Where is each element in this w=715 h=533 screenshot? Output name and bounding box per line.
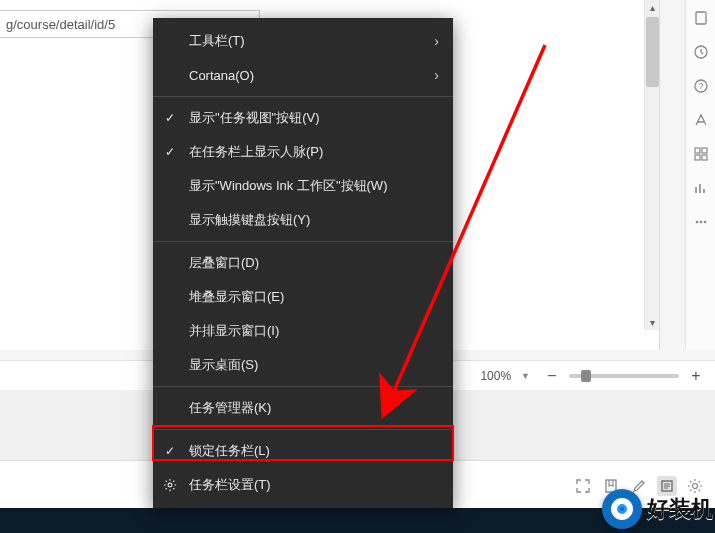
menu-separator: [153, 241, 453, 242]
check-icon: ✓: [165, 111, 175, 125]
zoom-slider[interactable]: [569, 374, 679, 378]
address-bar-text: g/course/detail/id/5: [6, 17, 115, 32]
font-icon[interactable]: [691, 110, 711, 130]
svg-text:?: ?: [698, 81, 703, 91]
zoom-slider-thumb[interactable]: [581, 370, 591, 382]
zoom-dropdown-icon[interactable]: ▼: [521, 371, 530, 381]
zoom-out-button[interactable]: −: [543, 367, 561, 385]
more-icon[interactable]: [691, 212, 711, 232]
taskbar-context-menu: 工具栏(T)›Cortana(O)›✓显示"任务视图"按钮(V)✓在任务栏上显示…: [153, 18, 453, 508]
scroll-down-icon[interactable]: ▾: [645, 315, 660, 330]
menu-item-label: 显示触摸键盘按钮(Y): [189, 211, 310, 229]
menu-item-8[interactable]: 层叠窗口(D): [153, 246, 453, 280]
menu-separator: [153, 96, 453, 97]
zoom-level: 100%: [480, 369, 511, 383]
chart-icon[interactable]: [691, 178, 711, 198]
watermark-text: 好装机: [647, 494, 713, 524]
svg-point-14: [168, 483, 172, 487]
zoom-in-button[interactable]: +: [687, 367, 705, 385]
history-icon[interactable]: [691, 42, 711, 62]
fullscreen-icon[interactable]: [573, 476, 593, 496]
menu-item-label: 并排显示窗口(I): [189, 322, 279, 340]
svg-point-8: [695, 221, 698, 224]
vertical-scrollbar[interactable]: ▴ ▾: [644, 0, 659, 330]
right-toolbar: ?: [685, 0, 715, 350]
svg-point-13: [693, 483, 698, 488]
menu-item-label: 锁定任务栏(L): [189, 442, 270, 460]
watermark-logo-icon: [602, 489, 642, 529]
menu-item-label: 层叠窗口(D): [189, 254, 259, 272]
menu-separator: [153, 429, 453, 430]
menu-item-4[interactable]: ✓在任务栏上显示人脉(P): [153, 135, 453, 169]
menu-item-5[interactable]: 显示"Windows Ink 工作区"按钮(W): [153, 169, 453, 203]
menu-item-label: 显示"任务视图"按钮(V): [189, 109, 320, 127]
menu-item-10[interactable]: 并排显示窗口(I): [153, 314, 453, 348]
svg-rect-0: [696, 12, 706, 24]
check-icon: ✓: [165, 444, 175, 458]
menu-item-label: 显示桌面(S): [189, 356, 258, 374]
chevron-right-icon: ›: [434, 33, 439, 49]
menu-item-0[interactable]: 工具栏(T)›: [153, 24, 453, 58]
menu-item-label: 显示"Windows Ink 工作区"按钮(W): [189, 177, 387, 195]
gear-icon: [163, 478, 177, 492]
svg-rect-7: [702, 155, 707, 160]
menu-item-13[interactable]: 任务管理器(K): [153, 391, 453, 425]
check-icon: ✓: [165, 145, 175, 159]
chevron-right-icon: ›: [434, 67, 439, 83]
svg-rect-6: [695, 155, 700, 160]
menu-item-11[interactable]: 显示桌面(S): [153, 348, 453, 382]
svg-rect-5: [702, 148, 707, 153]
menu-item-3[interactable]: ✓显示"任务视图"按钮(V): [153, 101, 453, 135]
svg-point-9: [699, 221, 702, 224]
menu-item-label: 在任务栏上显示人脉(P): [189, 143, 323, 161]
menu-item-label: 任务栏设置(T): [189, 476, 271, 494]
scroll-up-icon[interactable]: ▴: [645, 0, 660, 15]
menu-item-15[interactable]: ✓锁定任务栏(L): [153, 434, 453, 468]
menu-item-label: 堆叠显示窗口(E): [189, 288, 284, 306]
watermark: 好装机: [602, 489, 713, 529]
scrollbar-thumb[interactable]: [646, 17, 659, 87]
menu-item-1[interactable]: Cortana(O)›: [153, 58, 453, 92]
menu-item-label: 工具栏(T): [189, 32, 245, 50]
svg-rect-4: [695, 148, 700, 153]
help-icon[interactable]: ?: [691, 76, 711, 96]
menu-item-label: Cortana(O): [189, 68, 254, 83]
grid-icon[interactable]: [691, 144, 711, 164]
menu-item-9[interactable]: 堆叠显示窗口(E): [153, 280, 453, 314]
svg-point-10: [703, 221, 706, 224]
page-icon[interactable]: [691, 8, 711, 28]
menu-item-label: 任务管理器(K): [189, 399, 271, 417]
menu-item-6[interactable]: 显示触摸键盘按钮(Y): [153, 203, 453, 237]
menu-separator: [153, 386, 453, 387]
menu-item-16[interactable]: 任务栏设置(T): [153, 468, 453, 502]
